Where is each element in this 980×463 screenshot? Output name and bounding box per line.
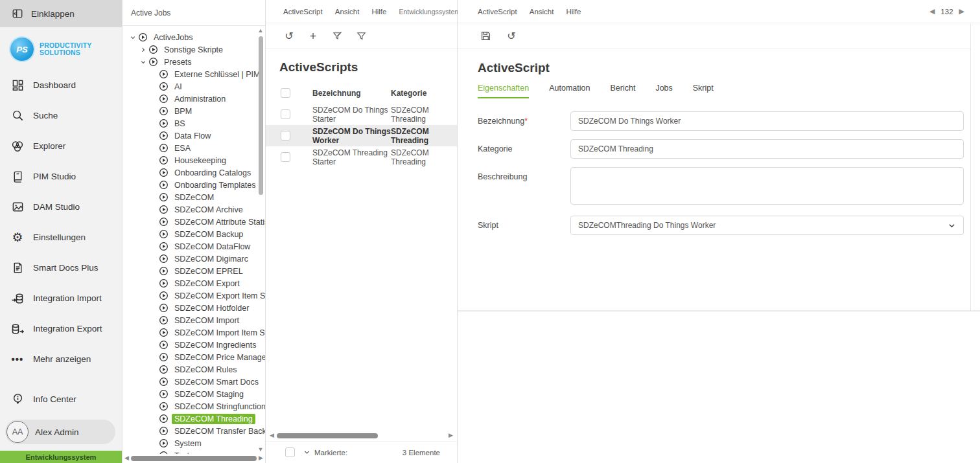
tree-item-activejobs[interactable]: ActiveJobs bbox=[122, 31, 265, 43]
tree-item-externe-schl-ssel-pim[interactable]: Externe Schlüssel | PIM bbox=[122, 68, 265, 80]
tab-jobs[interactable]: Jobs bbox=[655, 84, 672, 98]
next-page-icon[interactable]: ▶ bbox=[959, 7, 964, 16]
tree-item-sdzecom-export-item-sync[interactable]: SDZeCOM Export Item Sync bbox=[122, 289, 265, 302]
scroll-right-icon[interactable]: ▶ bbox=[259, 455, 263, 462]
scroll-down-icon[interactable]: ▼ bbox=[258, 446, 264, 454]
add-icon[interactable]: + bbox=[307, 30, 319, 42]
menu-activescript[interactable]: ActiveScript bbox=[283, 8, 323, 16]
tree-item-sonstige-skripte[interactable]: Sonstige Skripte bbox=[122, 43, 265, 56]
refresh-icon[interactable]: ↺ bbox=[506, 30, 517, 42]
tree-item-sdzecom-export[interactable]: SDZeCOM Export bbox=[122, 277, 265, 289]
bezeichnung-field[interactable] bbox=[570, 111, 964, 131]
scroll-left-icon[interactable]: ◀ bbox=[270, 432, 274, 440]
clear-filter-icon[interactable] bbox=[331, 30, 343, 42]
filter-icon[interactable] bbox=[355, 30, 367, 42]
marked-checkbox[interactable] bbox=[285, 447, 295, 457]
refresh-icon[interactable]: ↺ bbox=[283, 30, 295, 42]
tree-item-sdzecom-staging[interactable]: SDZeCOM Staging bbox=[122, 388, 265, 400]
row-checkbox[interactable] bbox=[281, 131, 290, 141]
tree-item-housekeeping[interactable]: Housekeeping bbox=[122, 154, 265, 166]
menu-ansicht[interactable]: Ansicht bbox=[335, 8, 360, 16]
sidebar-item-integration-export[interactable]: Integration Export bbox=[0, 313, 122, 344]
list-hscroll-thumb[interactable] bbox=[277, 433, 378, 438]
tree-item-sdzecom-import-item-sync[interactable]: SDZeCOM Import Item Sync bbox=[122, 326, 265, 339]
tab-skript[interactable]: Skript bbox=[693, 84, 714, 98]
tree-horizontal-scrollbar[interactable]: ◀ ▶ bbox=[122, 454, 265, 463]
menu-ansicht[interactable]: Ansicht bbox=[530, 8, 554, 16]
tree-item-esa[interactable]: ESA bbox=[122, 142, 265, 154]
tree-item-onboarding-catalogs[interactable]: Onboarding Catalogs bbox=[122, 166, 265, 179]
tree-vertical-scrollbar[interactable]: ▲ ▼ bbox=[257, 27, 264, 454]
chevron-right-icon[interactable] bbox=[138, 47, 148, 53]
skript-select[interactable]: SDZeCOMThreading Do Things Worker bbox=[570, 216, 964, 235]
tree-item-sdzecom-threading[interactable]: SDZeCOM Threading bbox=[122, 412, 265, 425]
tree-item-sdzecom-digimarc[interactable]: SDZeCOM Digimarc bbox=[122, 253, 265, 265]
sidebar-item-explorer[interactable]: Explorer bbox=[0, 131, 122, 161]
table-row[interactable]: SDZeCOM Threading StarterSDZeCOM Threadi… bbox=[266, 146, 457, 168]
sidebar-item-info-center[interactable]: Info Center bbox=[0, 384, 122, 414]
sidebar-item-dashboard[interactable]: Dashboard bbox=[0, 70, 122, 100]
tree-item-sdzecom[interactable]: SDZeCOM bbox=[122, 191, 265, 203]
tab-bericht[interactable]: Bericht bbox=[610, 84, 635, 98]
tree-panel: Active Jobs ActiveJobsSonstige SkriptePr… bbox=[122, 0, 266, 463]
tree-item-sdzecom-backup[interactable]: SDZeCOM Backup bbox=[122, 228, 265, 240]
beschreibung-field[interactable] bbox=[570, 167, 964, 205]
tree-item-bpm[interactable]: BPM bbox=[122, 105, 265, 117]
tree-item-data-flow[interactable]: Data Flow bbox=[122, 130, 265, 142]
chevron-down-icon[interactable] bbox=[303, 449, 310, 456]
tree-item-sdzecom-smart-docs[interactable]: SDZeCOM Smart Docs bbox=[122, 376, 265, 388]
tree-item-bs[interactable]: BS bbox=[122, 117, 265, 130]
table-row[interactable]: SDZeCOM Do Things StarterSDZeCOM Threadi… bbox=[266, 104, 457, 125]
tree-item-sdzecom-attribute-statistics[interactable]: SDZeCOM Attribute Statistics bbox=[122, 216, 265, 228]
chevron-down-icon[interactable] bbox=[138, 59, 148, 65]
scroll-up-icon[interactable]: ▲ bbox=[258, 27, 264, 35]
tree-vscroll-thumb[interactable] bbox=[259, 36, 263, 195]
tree-item-sdzecom-rules[interactable]: SDZeCOM Rules bbox=[122, 363, 265, 376]
tree-item-sdzecom-ingredients[interactable]: SDZeCOM Ingredients bbox=[122, 339, 265, 351]
sidebar-item-integration-import[interactable]: Integration Import bbox=[0, 283, 122, 313]
tree-item-sdzecom-eprel[interactable]: SDZeCOM EPREL bbox=[122, 265, 265, 277]
table-row[interactable]: SDZeCOM Do Things WorkerSDZeCOM Threadin… bbox=[266, 125, 457, 146]
tree-item-sdzecom-hotfolder[interactable]: SDZeCOM Hotfolder bbox=[122, 302, 265, 314]
tree-item-presets[interactable]: Presets bbox=[122, 56, 265, 68]
tree-item-sdzecom-archive[interactable]: SDZeCOM Archive bbox=[122, 203, 265, 216]
row-checkbox[interactable] bbox=[281, 152, 290, 162]
row-checkbox[interactable] bbox=[281, 109, 290, 119]
tree-item-label: Sonstige Skripte bbox=[161, 45, 226, 55]
scroll-right-icon[interactable]: ▶ bbox=[449, 432, 453, 440]
sidebar-item-suche[interactable]: Suche bbox=[0, 100, 122, 131]
list-horizontal-scrollbar[interactable]: ◀ ▶ bbox=[266, 431, 457, 441]
chevron-down-icon[interactable] bbox=[128, 34, 138, 41]
collapse-sidebar-button[interactable]: Einklappen bbox=[0, 0, 122, 27]
sidebar-item-dam-studio[interactable]: DAM Studio bbox=[0, 192, 122, 222]
select-all-checkbox[interactable] bbox=[281, 88, 290, 98]
sidebar-item-einstellungen[interactable]: ⚙Einstellungen bbox=[0, 222, 122, 253]
tree-item-sdzecom-price-management[interactable]: SDZeCOM Price Management bbox=[122, 351, 265, 363]
scroll-left-icon[interactable]: ◀ bbox=[124, 455, 129, 462]
tree-item-sdzecom-dataflow[interactable]: SDZeCOM DataFlow bbox=[122, 240, 265, 253]
tab-automation[interactable]: Automation bbox=[549, 84, 590, 98]
menu-hilfe[interactable]: Hilfe bbox=[371, 8, 386, 16]
tree-item-system[interactable]: System bbox=[122, 437, 265, 449]
tree-item-ai[interactable]: AI bbox=[122, 80, 265, 93]
kategorie-field[interactable] bbox=[570, 139, 964, 159]
tree-item-administration[interactable]: Administration bbox=[122, 93, 265, 105]
menu-hilfe[interactable]: Hilfe bbox=[566, 8, 581, 16]
sidebar-item-smart-docs-plus[interactable]: Smart Docs Plus bbox=[0, 253, 122, 283]
tree-item-label: SDZeCOM Import bbox=[172, 315, 242, 326]
menu-activescript[interactable]: ActiveScript bbox=[478, 8, 517, 16]
tree-item-onboarding-templates[interactable]: Onboarding Templates bbox=[122, 179, 265, 191]
save-icon[interactable] bbox=[480, 30, 491, 42]
tree-item-sdzecom-transfer-backup[interactable]: SDZeCOM Transfer Backup bbox=[122, 425, 265, 437]
user-menu[interactable]: AA Alex Admin bbox=[5, 420, 115, 444]
tree-item-sdzecom-stringfunctions[interactable]: SDZeCOM Stringfunctions bbox=[122, 400, 265, 412]
play-circle-icon bbox=[159, 377, 169, 387]
sidebar-item-pim-studio[interactable]: PIM Studio bbox=[0, 161, 122, 192]
tab-eigenschaften[interactable]: Eigenschaften bbox=[478, 84, 529, 98]
sidebar-item-mehr-anzeigen[interactable]: •••Mehr anzeigen bbox=[0, 344, 122, 374]
tree-hscroll-thumb[interactable] bbox=[131, 456, 257, 461]
column-header-bezeichnung[interactable]: Bezeichnung bbox=[312, 89, 391, 98]
previous-page-icon[interactable]: ◀ bbox=[929, 7, 935, 16]
tree-item-sdzecom-import[interactable]: SDZeCOM Import bbox=[122, 314, 265, 326]
column-header-kategorie[interactable]: Kategorie bbox=[391, 89, 457, 98]
